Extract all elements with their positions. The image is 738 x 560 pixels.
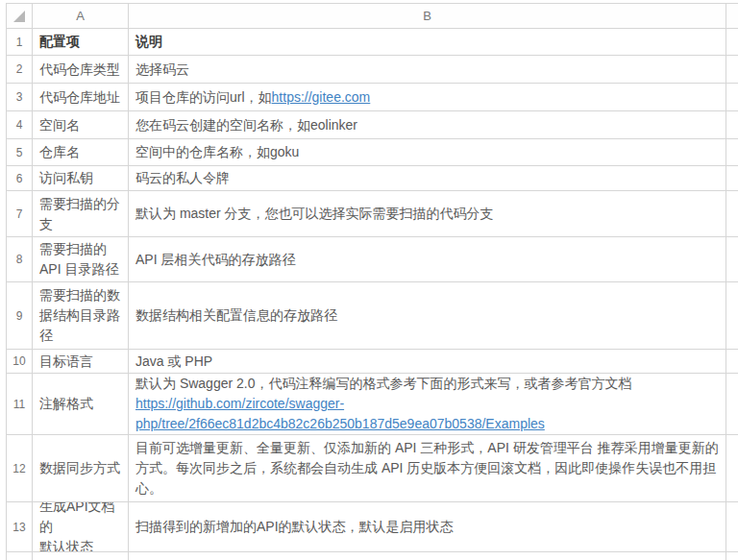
cell-c-sliver[interactable] [726, 502, 738, 552]
cell-b[interactable]: 码云的私人令牌 [129, 166, 726, 191]
cell-content: API 层相关代码的存放路径 [135, 250, 719, 270]
sheet-row: 10目标语言Java 或 PHP [7, 350, 738, 374]
cell-content: 数据结构相关配置信息的存放路径 [135, 305, 719, 326]
cell-text: 默认为 Swagger 2.0，代码注释编写的格式参考下面的形式来写，或者参考官… [135, 376, 632, 391]
cell-content: 生成API文档的 默认状态 [39, 502, 121, 552]
row-number[interactable]: 5 [7, 139, 33, 166]
cell-content: 项目仓库的访问url，如https://gitee.com [135, 87, 719, 108]
cell-c-sliver[interactable] [726, 435, 738, 502]
cell-content: 空间名 [39, 115, 121, 135]
row-number[interactable]: 7 [7, 191, 33, 237]
row-number[interactable]: 8 [7, 237, 33, 282]
cell-text: 空间名 [39, 117, 80, 133]
cell-a[interactable]: 需要扫描的 API 目录路径 [33, 237, 129, 282]
cell-content: 说明 [135, 32, 719, 52]
cell-a[interactable]: 注解格式 [33, 374, 129, 435]
row-number[interactable]: 3 [7, 84, 33, 111]
cell-c-sliver[interactable] [726, 139, 738, 166]
sheet-row: 5仓库名空间中的仓库名称，如goku [7, 139, 738, 166]
cell-c-sliver[interactable] [726, 237, 738, 282]
cell-content: 访问私钥 [39, 168, 121, 188]
cell-text: 数据同步方式 [39, 460, 120, 475]
cell-content: 需要扫描的 API 目录路径 [39, 239, 121, 280]
cell-b[interactable]: 空间中的仓库名称，如goku [129, 139, 726, 166]
cell-b[interactable]: Java 或 PHP [129, 350, 726, 374]
cell-content: 空间中的仓库名称，如goku [135, 142, 719, 162]
cell-b[interactable]: API 层相关代码的存放路径 [129, 237, 726, 282]
cell-content: 您在码云创建的空间名称，如eolinker [135, 115, 719, 135]
row-number[interactable]: 12 [7, 435, 33, 502]
spreadsheet: A B 1配置项说明2代码仓库类型选择码云3代码仓库地址项目仓库的访问url，如… [6, 3, 738, 560]
sheet-row: 1配置项说明 [7, 29, 738, 56]
cell-content: 扫描得到的新增加的API的默认状态，默认是启用状态 [135, 517, 719, 537]
cell-c-sliver[interactable] [726, 29, 738, 56]
cell-a[interactable]: 访问私钥 [33, 166, 129, 191]
row-number[interactable]: 10 [7, 350, 33, 374]
sheet-row: 12数据同步方式目前可选增量更新、全量更新、仅添加新的 API 三种形式，API… [7, 435, 738, 502]
sheet-row: 4空间名您在码云创建的空间名称，如eolinker [7, 111, 738, 139]
row-number[interactable]: 4 [7, 111, 33, 139]
cell-a[interactable]: 代码仓库地址 [33, 84, 129, 111]
sheet-row: 6访问私钥码云的私人令牌 [7, 166, 738, 191]
row-number[interactable]: 9 [7, 282, 33, 350]
column-header-row: A B [7, 4, 738, 29]
cell-c-sliver[interactable] [726, 282, 738, 350]
sheet-row: 8需要扫描的 API 目录路径API 层相关代码的存放路径 [7, 237, 738, 282]
column-header-b[interactable]: B [129, 4, 726, 29]
cell-a[interactable] [33, 552, 129, 560]
cell-a[interactable]: 目标语言 [33, 350, 129, 374]
cell-link[interactable]: https://github.com/zircote/swagger-php/t… [135, 396, 545, 431]
cell-text: 配置项 [39, 34, 80, 49]
sheet-row: 7需要扫描的分 支默认为 master 分支，您也可以选择实际需要扫描的代码分支 [7, 191, 738, 237]
row-number[interactable]: 2 [7, 56, 33, 84]
cell-text: 访问私钥 [39, 170, 93, 185]
row-number[interactable] [7, 552, 33, 560]
cell-text: 生成API文档的 默认状态 [39, 502, 115, 552]
cell-b[interactable]: 选择码云 [129, 56, 726, 84]
row-number[interactable]: 6 [7, 166, 33, 191]
cell-b[interactable]: 您在码云创建的空间名称，如eolinker [129, 111, 726, 139]
cell-c-sliver[interactable] [726, 84, 738, 111]
column-header-c-sliver[interactable] [726, 4, 738, 29]
row-number[interactable]: 13 [7, 502, 33, 552]
select-all-corner[interactable] [7, 4, 33, 29]
cell-c-sliver[interactable] [726, 166, 738, 191]
cell-a[interactable]: 需要扫描的分 支 [33, 191, 129, 237]
cell-link[interactable]: https://gitee.com [272, 89, 371, 105]
cell-c-sliver[interactable] [726, 56, 738, 84]
cell-b[interactable] [129, 552, 726, 560]
cell-a[interactable]: 需要扫描的数 据结构目录路 径 [33, 282, 129, 350]
row-number[interactable]: 11 [7, 374, 33, 435]
cell-c-sliver[interactable] [726, 374, 738, 435]
cell-b[interactable]: 数据结构相关配置信息的存放路径 [129, 282, 726, 350]
row-number[interactable]: 1 [7, 29, 33, 56]
cell-a[interactable]: 空间名 [33, 111, 129, 139]
cell-a[interactable]: 仓库名 [33, 139, 129, 166]
cell-a[interactable]: 生成API文档的 默认状态 [33, 502, 129, 552]
cell-b[interactable]: 说明 [129, 29, 726, 56]
cell-content: 码云的私人令牌 [135, 168, 719, 188]
cell-text: 数据结构相关配置信息的存放路径 [135, 307, 337, 323]
cell-c-sliver[interactable] [726, 552, 738, 560]
cell-text: Java 或 PHP [135, 353, 212, 369]
cell-content: 代码仓库类型 [39, 60, 121, 80]
cell-c-sliver[interactable] [726, 350, 738, 374]
cell-c-sliver[interactable] [726, 191, 738, 237]
cell-content: 选择码云 [135, 60, 719, 80]
column-header-a[interactable]: A [33, 4, 129, 29]
cell-a[interactable]: 配置项 [33, 29, 129, 56]
cell-a[interactable]: 数据同步方式 [33, 435, 129, 502]
cell-b[interactable]: 默认为 master 分支，您也可以选择实际需要扫描的代码分支 [129, 191, 726, 237]
select-all-triangle-icon [13, 11, 25, 22]
cell-content: 默认为 master 分支，您也可以选择实际需要扫描的代码分支 [135, 204, 719, 224]
cell-a[interactable]: 代码仓库类型 [33, 56, 129, 84]
cell-b[interactable]: 默认为 Swagger 2.0，代码注释编写的格式参考下面的形式来写，或者参考官… [129, 374, 726, 435]
cell-c-sliver[interactable] [726, 111, 738, 139]
cell-text: 码云的私人令牌 [135, 170, 230, 185]
cell-content: 需要扫描的数 据结构目录路 径 [39, 285, 121, 346]
cell-b[interactable]: 项目仓库的访问url，如https://gitee.com [129, 84, 726, 111]
cell-b[interactable]: 目前可选增量更新、全量更新、仅添加新的 API 三种形式，API 研发管理平台 … [129, 435, 726, 502]
cell-b[interactable]: 扫描得到的新增加的API的默认状态，默认是启用状态 [129, 502, 726, 552]
cell-text: 空间中的仓库名称，如goku [135, 144, 299, 159]
partial-row [7, 552, 738, 560]
